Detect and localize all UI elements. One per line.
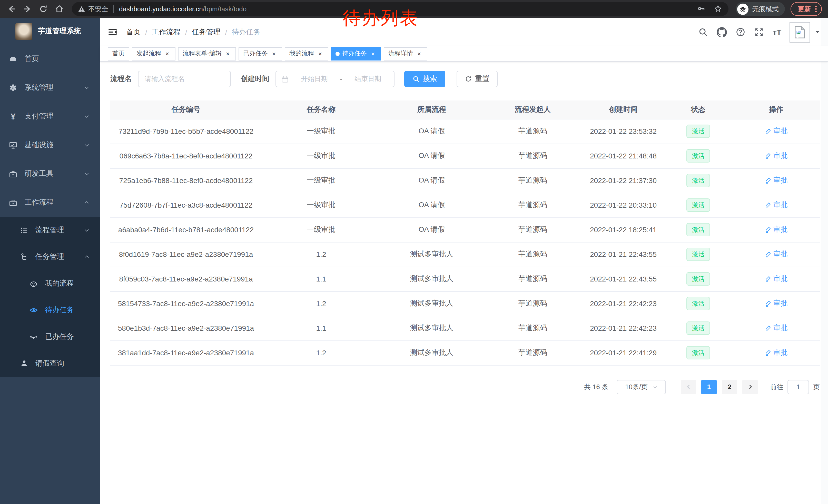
tab-process-detail[interactable]: 流程详情× bbox=[384, 47, 427, 60]
fullscreen-icon[interactable] bbox=[754, 27, 764, 37]
font-size-icon[interactable]: ᴛT bbox=[773, 28, 781, 36]
breadcrumb-task-mgmt[interactable]: 任务管理 bbox=[192, 28, 220, 37]
refresh-icon bbox=[465, 75, 472, 83]
process-cell: OA 请假 bbox=[381, 193, 483, 217]
sidebar-item-system[interactable]: 系统管理 bbox=[0, 73, 100, 102]
status-cell: 激活 bbox=[664, 340, 733, 365]
sidebar-item-payment[interactable]: ¥ 支付管理 bbox=[0, 102, 100, 131]
close-icon[interactable]: × bbox=[416, 50, 423, 57]
window-scrollbar[interactable] bbox=[821, 18, 828, 504]
starter-cell: 芋道源码 bbox=[483, 119, 583, 144]
approve-link[interactable]: 审批 bbox=[764, 225, 788, 234]
approve-link[interactable]: 审批 bbox=[764, 274, 788, 283]
col-create-time: 创建时间 bbox=[583, 100, 664, 119]
page-button-1[interactable]: 1 bbox=[701, 380, 717, 394]
close-icon[interactable]: × bbox=[164, 50, 171, 57]
tab-home[interactable]: 首页 bbox=[108, 47, 129, 60]
process-cell: 测试多审批人 bbox=[381, 340, 483, 365]
help-icon[interactable] bbox=[736, 27, 746, 37]
goto-page-input[interactable]: 1 bbox=[787, 380, 809, 394]
status-badge: 激活 bbox=[687, 321, 710, 335]
search-icon[interactable] bbox=[699, 27, 708, 37]
update-button[interactable]: 更新 bbox=[791, 2, 822, 16]
close-icon[interactable]: × bbox=[369, 50, 377, 57]
omnibox-divider bbox=[113, 5, 114, 13]
total-count: 共 16 条 bbox=[584, 382, 609, 392]
key-icon[interactable] bbox=[697, 5, 705, 13]
search-button[interactable]: 搜索 bbox=[404, 71, 445, 87]
date-range-input[interactable]: 开始日期 - 结束日期 bbox=[276, 71, 395, 87]
sidebar-item-infra[interactable]: 基础设施 bbox=[0, 131, 100, 159]
caret-down-icon[interactable] bbox=[815, 29, 820, 35]
reload-icon[interactable] bbox=[37, 3, 49, 15]
approve-link[interactable]: 审批 bbox=[764, 324, 788, 333]
next-page-button[interactable] bbox=[742, 380, 758, 394]
task-id-cell: 75d72608-7b7f-11ec-a3c8-acde48001122 bbox=[110, 193, 262, 217]
sidebar-item-todo-tasks[interactable]: 待办任务 bbox=[0, 297, 100, 324]
incognito-icon bbox=[737, 3, 748, 15]
url-bar[interactable]: 不安全 dashboard.yudao.iocoder.cn/bpm/task/… bbox=[72, 2, 729, 16]
tab-start-process[interactable]: 发起流程× bbox=[132, 47, 175, 60]
tab-my-process[interactable]: 我的流程× bbox=[285, 47, 328, 60]
breadcrumb-workflow[interactable]: 工作流程 bbox=[152, 28, 180, 37]
prev-page-button[interactable] bbox=[681, 380, 696, 394]
approve-link[interactable]: 审批 bbox=[764, 250, 788, 259]
approve-link[interactable]: 审批 bbox=[764, 299, 788, 308]
sidebar-item-leave-query[interactable]: 请假查询 bbox=[0, 350, 100, 377]
sidebar-item-home[interactable]: 首页 bbox=[0, 45, 100, 73]
close-icon[interactable]: × bbox=[317, 50, 324, 57]
approve-link[interactable]: 审批 bbox=[764, 151, 788, 161]
approve-link[interactable]: 审批 bbox=[764, 127, 788, 136]
create-time-cell: 2022-01-21 22:41:29 bbox=[583, 340, 664, 365]
page-button-2[interactable]: 2 bbox=[722, 380, 737, 394]
tab-done-tasks[interactable]: 已办任务× bbox=[239, 47, 282, 60]
sidebar-item-done-tasks[interactable]: 已办任务 bbox=[0, 324, 100, 350]
create-time-cell: 2022-01-22 21:37:30 bbox=[583, 168, 664, 193]
app-logo-row[interactable]: 芋道管理系统 bbox=[0, 18, 100, 45]
sidebar-item-label: 工作流程 bbox=[25, 198, 53, 207]
create-time-cell: 2022-01-21 22:43:55 bbox=[583, 242, 664, 267]
breadcrumb-home[interactable]: 首页 bbox=[126, 28, 140, 37]
task-id-cell: 8f0d1619-7ac8-11ec-a9e2-a2380e71991a bbox=[110, 242, 262, 267]
sidebar-item-label: 待办任务 bbox=[45, 306, 74, 315]
github-icon[interactable] bbox=[717, 27, 727, 37]
close-icon[interactable]: × bbox=[224, 50, 232, 57]
user-icon bbox=[19, 359, 28, 368]
create-time-cell: 2022-01-22 18:25:41 bbox=[583, 217, 664, 242]
sidebar-item-my-process[interactable]: 我的流程 bbox=[0, 270, 100, 297]
home-icon[interactable] bbox=[53, 3, 65, 15]
eye-closed-icon bbox=[29, 332, 38, 341]
approve-link[interactable]: 审批 bbox=[764, 176, 788, 185]
browser-menu-icon[interactable] bbox=[815, 6, 817, 12]
page-size-select[interactable]: 10条/页 bbox=[617, 380, 666, 394]
tab-form-edit[interactable]: 流程表单-编辑× bbox=[178, 47, 236, 60]
action-cell: 审批 bbox=[733, 242, 820, 267]
forward-icon[interactable] bbox=[21, 3, 33, 15]
sidebar-item-label: 支付管理 bbox=[25, 112, 53, 121]
process-name-input[interactable]: 请输入流程名 bbox=[138, 71, 231, 87]
sidebar-item-process-mgmt[interactable]: 流程管理 bbox=[0, 217, 100, 243]
approve-link[interactable]: 审批 bbox=[764, 200, 788, 210]
table-row: 8f059c03-7ac8-11ec-a9e2-a2380e71991a 1.1… bbox=[110, 267, 820, 291]
sidebar-item-devtools[interactable]: 研发工具 bbox=[0, 159, 100, 188]
security-warning[interactable]: 不安全 bbox=[78, 4, 108, 13]
starter-cell: 芋道源码 bbox=[483, 144, 583, 168]
back-icon[interactable] bbox=[5, 3, 17, 15]
sidebar-item-label: 流程管理 bbox=[35, 226, 64, 235]
edit-pencil-icon bbox=[764, 325, 771, 331]
sidebar-item-workflow[interactable]: 工作流程 bbox=[0, 188, 100, 217]
breadcrumb: 首页 / 工作流程 / 任务管理 / 待办任务 bbox=[126, 28, 260, 37]
sidebar-collapse-icon[interactable] bbox=[108, 27, 118, 37]
reset-button[interactable]: 重置 bbox=[457, 71, 498, 87]
starter-cell: 芋道源码 bbox=[483, 340, 583, 365]
approve-link[interactable]: 审批 bbox=[764, 348, 788, 357]
avatar[interactable] bbox=[790, 22, 810, 42]
status-cell: 激活 bbox=[664, 217, 733, 242]
bookmark-star-icon[interactable] bbox=[714, 5, 722, 13]
process-cell: OA 请假 bbox=[381, 144, 483, 168]
task-name-cell: 1.1 bbox=[262, 316, 381, 340]
sidebar-item-task-mgmt[interactable]: 任务管理 bbox=[0, 243, 100, 270]
close-icon[interactable]: × bbox=[271, 50, 278, 57]
edit-pencil-icon bbox=[764, 177, 771, 184]
tab-todo-tasks[interactable]: 待办任务× bbox=[331, 47, 381, 60]
